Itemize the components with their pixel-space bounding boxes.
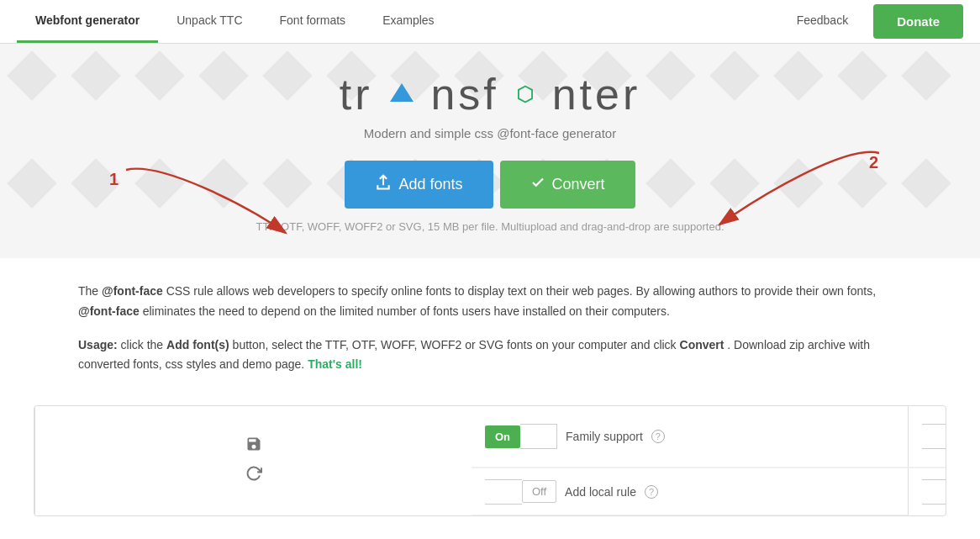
- usage-paragraph: Usage: click the Add font(s) button, sel…: [78, 336, 902, 376]
- desc-text-2: eliminates the need to depend on the lim…: [143, 304, 670, 318]
- hero-section: 1 2 tr nsf nter Modern and simple css @f…: [0, 44, 980, 258]
- add-local-rule-label: Add local rule: [565, 485, 636, 499]
- save-icon[interactable]: [245, 436, 262, 457]
- convert-button[interactable]: Convert: [500, 161, 635, 209]
- donate-button[interactable]: Donate: [873, 4, 963, 39]
- toggle-on-area-2[interactable]: [485, 479, 522, 505]
- convert-bold: Convert: [680, 338, 724, 351]
- toggle-off-area[interactable]: [520, 424, 557, 449]
- site-logo: tr nsf nter: [0, 69, 980, 119]
- settings-panel: On Family support ? Off Fix vertical met…: [34, 405, 946, 516]
- add-fonts-bold: Add font(s): [166, 338, 229, 351]
- add-fonts-label: Add fonts: [398, 176, 462, 193]
- description-paragraph-1: The @font-face CSS rule allows web devel…: [78, 282, 902, 322]
- logo-hexagon-icon: [516, 85, 535, 103]
- tab-webfont-generator[interactable]: Webfont generator: [17, 0, 158, 43]
- family-support-toggle: On: [485, 424, 557, 449]
- family-support-row: On Family support ?: [472, 406, 909, 468]
- checkmark-icon: [530, 175, 545, 194]
- logo-triangle-icon: [390, 83, 414, 102]
- content-section: The @font-face CSS rule allows web devel…: [28, 258, 952, 405]
- hero-tagline: Modern and simple css @font-face generat…: [0, 126, 980, 140]
- usage-text-1: click the: [121, 338, 166, 351]
- thats-all-text: That's all!: [308, 357, 362, 371]
- tab-font-formats[interactable]: Font formats: [261, 0, 365, 43]
- family-support-label: Family support: [566, 430, 643, 443]
- add-fonts-button[interactable]: Add fonts: [345, 161, 493, 209]
- add-local-help-icon[interactable]: ?: [645, 485, 658, 499]
- svg-marker-4: [519, 87, 532, 103]
- file-info-text: TTF, OTF, WOFF, WOFF2 or SVG, 15 MB per …: [0, 220, 980, 233]
- desc-text-1: CSS rule allows web developers to specif…: [166, 284, 876, 298]
- toggle-on-area[interactable]: [922, 424, 946, 449]
- settings-grid: On Family support ? Off Fix vertical met…: [34, 406, 946, 515]
- family-support-help-icon[interactable]: ?: [651, 430, 665, 443]
- convert-label: Convert: [552, 176, 605, 193]
- tab-examples[interactable]: Examples: [364, 0, 452, 43]
- nav-bar: Webfont generator Unpack TTC Font format…: [0, 0, 980, 44]
- add-local-toggle: Off: [485, 479, 556, 505]
- feedback-button[interactable]: Feedback: [778, 2, 867, 41]
- fix-vertical-toggle: Off: [922, 424, 946, 449]
- refresh-icon[interactable]: [245, 465, 262, 486]
- toggle-on-area-3[interactable]: [922, 479, 946, 505]
- toggle-on-button[interactable]: On: [485, 425, 520, 448]
- usage-text-2: button, select the TTF, OTF, WOFF, WOFF2…: [233, 338, 680, 351]
- font-face-bold-1: @font-face: [102, 284, 163, 298]
- side-icons-panel: [34, 406, 472, 515]
- base64-toggle: Off: [922, 479, 946, 505]
- usage-label: Usage:: [78, 338, 118, 351]
- fix-vertical-metrics-row: Off Fix vertical metrics ?: [909, 406, 946, 468]
- base64-encode-row: Off Base64 encode ?: [909, 468, 946, 515]
- font-face-bold-2: @font-face: [78, 304, 140, 318]
- hero-buttons: Add fonts Convert: [0, 161, 980, 209]
- upload-icon: [375, 174, 392, 195]
- tab-unpack-ttc[interactable]: Unpack TTC: [158, 0, 261, 43]
- add-local-rule-row: Off Add local rule ?: [472, 468, 909, 515]
- toggle-off-button-2[interactable]: Off: [522, 480, 556, 503]
